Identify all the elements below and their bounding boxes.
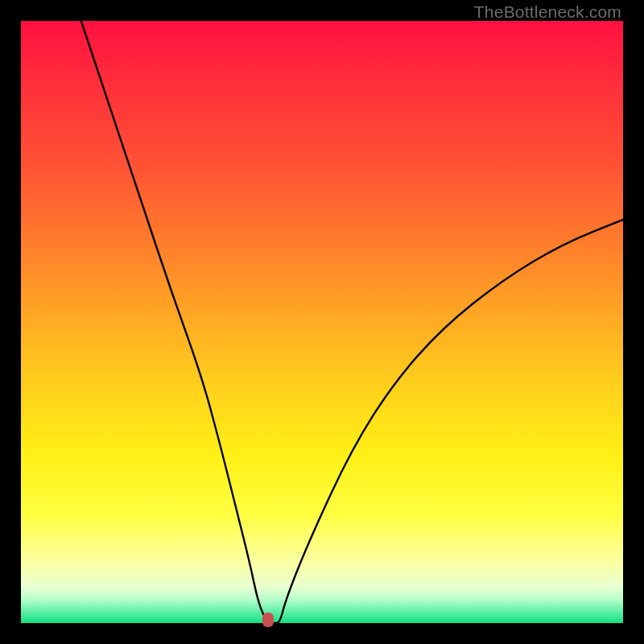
- chart-plot-area: [21, 21, 623, 623]
- watermark-text: TheBottleneck.com: [474, 2, 621, 22]
- bottleneck-curve: [21, 21, 623, 623]
- optimal-point-marker: [262, 613, 274, 627]
